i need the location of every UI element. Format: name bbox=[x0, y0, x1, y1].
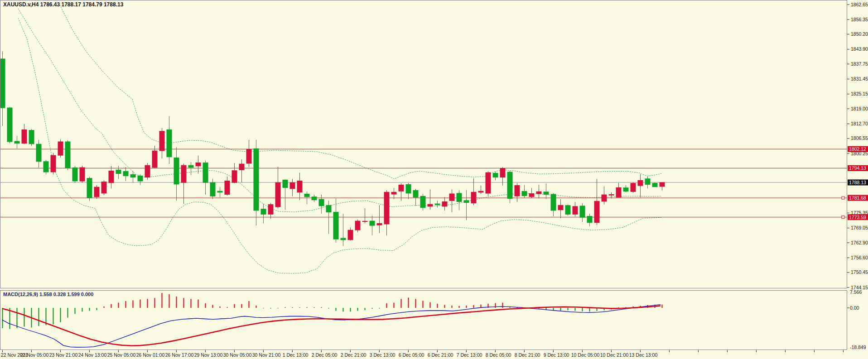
candle-59 bbox=[428, 190, 433, 210]
level-price-badge-1802.12: 1802.12 bbox=[848, 146, 868, 152]
time-tick-label: 3 Dec 13:00 bbox=[370, 352, 395, 358]
candle-50 bbox=[362, 208, 367, 223]
candle-54 bbox=[391, 188, 396, 199]
candle-80 bbox=[580, 203, 585, 222]
candle-81 bbox=[587, 214, 592, 226]
candle-67 bbox=[486, 171, 491, 196]
candle-56 bbox=[406, 183, 411, 199]
time-tick-label: 29 Nov 13:00 bbox=[194, 352, 223, 358]
candle-60 bbox=[435, 201, 440, 207]
price-tick-label: 1831.45 bbox=[851, 76, 868, 81]
candle-27 bbox=[196, 156, 201, 174]
macd-tick-label: 7.566 bbox=[850, 289, 862, 295]
main-panel-border bbox=[0, 0, 847, 288]
candle-40 bbox=[290, 179, 295, 196]
candle-1 bbox=[7, 107, 12, 144]
candle-7 bbox=[51, 153, 56, 175]
candle-49 bbox=[355, 220, 360, 232]
candle-29 bbox=[210, 179, 215, 199]
svg-text:1773.59: 1773.59 bbox=[849, 215, 866, 220]
candle-30 bbox=[217, 187, 222, 197]
candle-12 bbox=[87, 177, 92, 201]
time-tick-label: 26 Nov 17:00 bbox=[165, 352, 194, 358]
candle-10 bbox=[72, 166, 77, 183]
time-tick-label: 1 Dec 13:00 bbox=[283, 352, 309, 358]
price-axis[interactable]: 1862.651856.351850.201843.901837.751831.… bbox=[847, 2, 868, 290]
candle-82 bbox=[594, 179, 599, 225]
svg-text:1781.68: 1781.68 bbox=[849, 195, 866, 201]
macd-tick-label: -18.849 bbox=[850, 345, 866, 350]
candle-48 bbox=[348, 228, 353, 241]
time-tick-label: 10 Dec 05:00 bbox=[571, 352, 600, 358]
time-tick-label: 2 Dec 05:00 bbox=[312, 352, 338, 358]
candle-26 bbox=[188, 162, 193, 175]
candle-47 bbox=[341, 214, 346, 246]
line-drag-handle-1773.59[interactable] bbox=[842, 216, 844, 219]
candle-75 bbox=[544, 183, 549, 199]
candle-6 bbox=[43, 160, 48, 175]
candle-44 bbox=[319, 195, 324, 214]
candle-24 bbox=[174, 147, 179, 201]
macd-axis[interactable]: 7.5660.00-18.849 bbox=[847, 289, 866, 350]
candle-73 bbox=[529, 188, 534, 198]
level-price-badge-1794.13: 1794.13 bbox=[848, 165, 868, 171]
macd-tick-label: 0.00 bbox=[850, 305, 859, 311]
candle-66 bbox=[478, 186, 483, 194]
candle-74 bbox=[536, 185, 541, 198]
candle-86 bbox=[623, 185, 628, 192]
candle-17 bbox=[123, 167, 128, 181]
candle-18 bbox=[130, 171, 135, 182]
candle-41 bbox=[297, 173, 302, 200]
candle-76 bbox=[551, 193, 556, 216]
candle-72 bbox=[522, 185, 527, 198]
candle-4 bbox=[29, 129, 34, 146]
svg-text:1788.13: 1788.13 bbox=[849, 180, 866, 185]
level-lines[interactable] bbox=[0, 149, 847, 218]
price-tick-label: 1750.45 bbox=[851, 269, 868, 275]
time-axis[interactable]: 22 Nov 202123 Nov 05:0023 Nov 21:0024 No… bbox=[1, 350, 844, 358]
candle-90 bbox=[652, 182, 657, 187]
candle-32 bbox=[232, 163, 237, 183]
price-tick-label: 1762.90 bbox=[851, 240, 868, 245]
price-tick-label: 1843.90 bbox=[851, 46, 868, 52]
candle-9 bbox=[65, 140, 70, 170]
candle-14 bbox=[101, 181, 106, 196]
candle-89 bbox=[645, 177, 650, 188]
time-tick-label: 8 Dec 21:00 bbox=[515, 352, 540, 358]
time-tick-label: 23 Nov 21:00 bbox=[49, 352, 78, 358]
candle-51 bbox=[370, 216, 375, 235]
candle-19 bbox=[138, 174, 143, 185]
price-tick-label: 1850.20 bbox=[851, 31, 868, 37]
candle-91 bbox=[660, 182, 665, 191]
line-drag-handle-1781.68[interactable] bbox=[842, 196, 844, 199]
macd-panel-border bbox=[0, 291, 847, 350]
bollinger-lower-band bbox=[18, 18, 661, 273]
candle-46 bbox=[333, 199, 338, 243]
candle-34 bbox=[246, 140, 251, 167]
svg-text:1802.12: 1802.12 bbox=[849, 146, 866, 152]
time-tick-label: 8 Dec 05:00 bbox=[486, 352, 511, 358]
level-price-badge-1773.59: 1773.59 bbox=[848, 214, 868, 220]
candle-39 bbox=[283, 179, 288, 210]
time-tick-label: 9 Dec 13:00 bbox=[544, 352, 569, 358]
candle-20 bbox=[145, 163, 150, 180]
candle-62 bbox=[449, 190, 454, 212]
candle-77 bbox=[558, 199, 563, 218]
macd-main-line bbox=[2, 305, 661, 347]
time-tick-label: 30 Nov 05:00 bbox=[223, 352, 252, 358]
candle-22 bbox=[159, 128, 164, 158]
candle-83 bbox=[602, 187, 607, 205]
time-tick-label: 6 Dec 21:00 bbox=[428, 352, 453, 358]
macd-indicator-label: MACD(12,26,9) 1.558 0.328 1.599 0.000 bbox=[3, 292, 93, 297]
candle-78 bbox=[565, 205, 570, 216]
candle-71 bbox=[515, 183, 520, 202]
macd-signal-line bbox=[2, 306, 661, 345]
price-tick-label: 1756.60 bbox=[851, 255, 868, 260]
candle-3 bbox=[22, 124, 27, 144]
bollinger-bands bbox=[18, 5, 661, 273]
price-chart-canvas[interactable]: 1862.651856.351850.201843.901837.751831.… bbox=[0, 0, 868, 359]
candle-70 bbox=[507, 171, 512, 203]
candle-37 bbox=[268, 203, 273, 219]
macd-panel bbox=[2, 293, 662, 347]
candle-2 bbox=[14, 136, 19, 149]
